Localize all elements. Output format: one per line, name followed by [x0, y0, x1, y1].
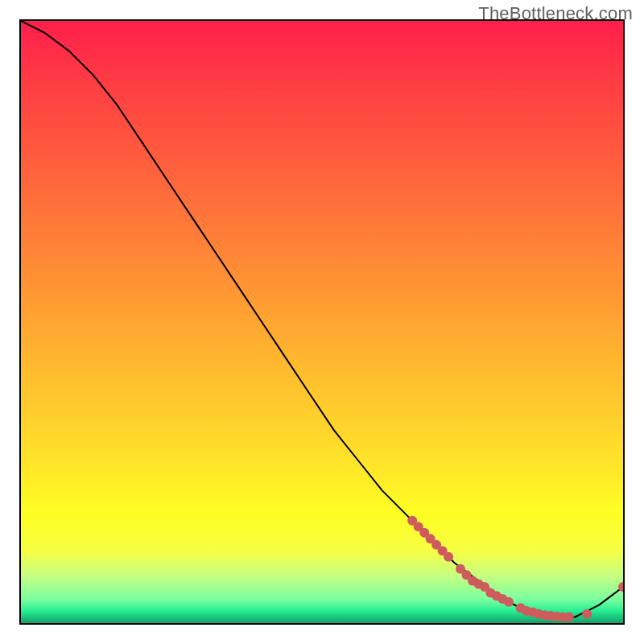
bottleneck-curve — [21, 21, 623, 617]
marker-dot — [582, 609, 592, 619]
marker-dot — [444, 552, 453, 562]
marker-dot — [564, 613, 574, 622]
chart-area — [19, 19, 625, 625]
marker-dot — [504, 597, 514, 607]
chart-svg — [21, 21, 623, 623]
